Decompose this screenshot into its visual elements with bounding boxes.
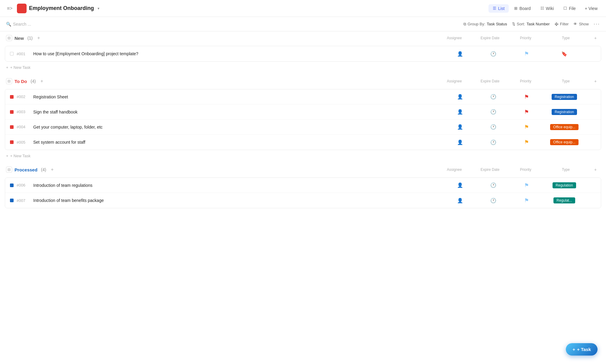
- new-task-label: + New Task: [10, 65, 31, 70]
- task-priority[interactable]: ⚑: [511, 124, 542, 130]
- task-type[interactable]: Regulat...: [542, 197, 587, 203]
- show-icon: 👁: [573, 22, 577, 26]
- new-task-label: + New Task: [10, 154, 31, 158]
- clock-icon: 🕐: [490, 94, 496, 100]
- task-priority[interactable]: ⚑: [511, 109, 542, 115]
- sidebar-toggle[interactable]: ≡>: [5, 4, 15, 13]
- section-processed-header: ⊟ Processed (4) + Assignee Expire Date P…: [0, 163, 606, 176]
- task-list-processed: #006 Introduction of team regulations 👤 …: [5, 177, 601, 208]
- task-priority[interactable]: ⚑: [511, 139, 542, 145]
- col-add-new[interactable]: +: [591, 36, 600, 40]
- task-expire[interactable]: 🕐: [475, 139, 511, 145]
- file-icon: ☐: [563, 6, 567, 11]
- status-dot-processed: [10, 199, 14, 202]
- task-expire[interactable]: 🕐: [475, 109, 511, 115]
- task-type[interactable]: Office equip...: [542, 124, 587, 130]
- section-todo-collapse[interactable]: ⊟: [6, 78, 12, 84]
- section-processed-collapse[interactable]: ⊟: [6, 167, 12, 173]
- plus-icon: +: [6, 154, 8, 158]
- task-assignee[interactable]: 👤: [445, 139, 475, 145]
- task-type[interactable]: 🔖: [542, 51, 587, 57]
- section-processed: ⊟ Processed (4) + Assignee Expire Date P…: [0, 163, 606, 208]
- project-dropdown-arrow[interactable]: ▾: [98, 6, 99, 11]
- tab-list[interactable]: ☰ List: [488, 4, 509, 13]
- task-type[interactable]: Office equip...: [542, 139, 587, 145]
- table-row[interactable]: #003 Sign the staff handbook 👤 🕐 ⚑ Regis…: [5, 104, 601, 120]
- task-assignee[interactable]: 👤: [445, 124, 475, 130]
- task-priority[interactable]: ⚑: [511, 197, 542, 204]
- task-name: Introduction of team benefits package: [33, 198, 445, 203]
- sort-icon: ⇅: [512, 22, 515, 26]
- task-expire[interactable]: 🕐: [475, 182, 511, 188]
- col-header-type-processed: Type: [543, 168, 588, 172]
- table-row[interactable]: #006 Introduction of team regulations 👤 …: [5, 178, 601, 193]
- type-badge: Office equip...: [550, 139, 579, 145]
- task-priority[interactable]: ⚑: [511, 182, 542, 189]
- section-processed-add[interactable]: +: [49, 167, 55, 173]
- show-control[interactable]: 👁 Show: [573, 22, 589, 26]
- task-assignee[interactable]: 👤: [445, 198, 475, 203]
- section-new-collapse[interactable]: ⊟: [6, 35, 12, 41]
- toolbar-actions: ⧉ Group By: Task Status ⇅ Sort: Task Num…: [463, 21, 600, 27]
- group-by-control[interactable]: ⧉ Group By: Task Status: [463, 22, 507, 27]
- section-new-add[interactable]: +: [36, 35, 42, 41]
- task-type[interactable]: Registration: [542, 109, 587, 115]
- table-row[interactable]: #004 Get your computer, laptop, folder, …: [5, 120, 601, 135]
- more-options-button[interactable]: ···: [594, 21, 600, 27]
- section-todo-add[interactable]: +: [39, 78, 45, 84]
- group-by-value: Task Status: [487, 22, 507, 26]
- task-type[interactable]: Regulation: [542, 182, 587, 188]
- tab-file-label: File: [569, 6, 576, 11]
- clock-icon: 🕐: [490, 139, 496, 145]
- task-assignee[interactable]: 👤: [445, 51, 475, 57]
- task-id: #002: [17, 94, 30, 99]
- task-name: Get your computer, laptop, folder, etc: [33, 125, 445, 129]
- task-assignee[interactable]: 👤: [445, 94, 475, 100]
- section-todo-header: ⊟ To Do (4) + Assignee Expire Date Prior…: [0, 75, 606, 88]
- project-icon: [17, 4, 27, 13]
- table-row[interactable]: #005 Set system account for staff 👤 🕐 ⚑ …: [5, 135, 601, 150]
- tab-board[interactable]: ⊞ Board: [510, 4, 535, 13]
- task-type[interactable]: Registration: [542, 94, 587, 100]
- task-assignee[interactable]: 👤: [445, 109, 475, 115]
- add-task-float-button[interactable]: + + Task: [566, 343, 598, 356]
- task-priority[interactable]: ⚑: [511, 50, 542, 57]
- col-header-priority-todo: Priority: [511, 79, 541, 83]
- filter-control[interactable]: ⧾ Filter: [555, 22, 569, 26]
- filter-icon: ⧾: [555, 22, 559, 26]
- col-header-assignee-todo: Assignee: [439, 79, 469, 83]
- float-btn-label: + Task: [577, 347, 591, 352]
- col-header-assignee-processed: Assignee: [439, 168, 469, 172]
- status-dot-todo: [10, 95, 14, 99]
- table-row[interactable]: #007 Introduction of team benefits packa…: [5, 193, 601, 208]
- tab-wiki-label: Wiki: [546, 6, 554, 11]
- table-row[interactable]: #002 Registration Sheet 👤 🕐 ⚑ Registrati…: [5, 89, 601, 104]
- tab-wiki[interactable]: ☷ Wiki: [536, 4, 558, 13]
- person-icon: 👤: [457, 139, 463, 145]
- task-expire[interactable]: 🕐: [475, 198, 511, 203]
- person-icon: 👤: [457, 51, 463, 57]
- table-row[interactable]: #001 How to use [Employment Onboarding] …: [5, 46, 601, 61]
- task-expire[interactable]: 🕐: [475, 94, 511, 100]
- col-header-assignee-new: Assignee: [439, 36, 469, 40]
- col-add-todo[interactable]: +: [591, 79, 600, 84]
- col-add-processed[interactable]: +: [591, 167, 600, 172]
- new-task-button-new[interactable]: + + New Task: [0, 63, 606, 72]
- tab-file[interactable]: ☐ File: [559, 4, 580, 13]
- task-assignee[interactable]: 👤: [445, 182, 475, 188]
- task-expire[interactable]: 🕐: [475, 124, 511, 130]
- col-header-expire-todo: Expire Date: [472, 79, 508, 83]
- search-bar[interactable]: 🔍 Search ...: [6, 22, 461, 27]
- section-new-header: ⊟ New (1) + Assignee Expire Date Priorit…: [0, 31, 606, 45]
- task-id: #001: [17, 52, 30, 56]
- type-badge: Office equip...: [550, 124, 579, 130]
- add-view-button[interactable]: + View: [581, 4, 601, 13]
- sort-control[interactable]: ⇅ Sort: Task Number: [512, 22, 550, 26]
- status-dot-processed: [10, 184, 14, 187]
- type-badge: Registration: [552, 94, 577, 100]
- new-task-button-todo[interactable]: + + New Task: [0, 151, 606, 161]
- task-priority[interactable]: ⚑: [511, 94, 542, 100]
- status-dot-new: [10, 52, 14, 56]
- sort-label: Sort:: [517, 22, 525, 26]
- task-expire[interactable]: 🕐: [475, 51, 511, 57]
